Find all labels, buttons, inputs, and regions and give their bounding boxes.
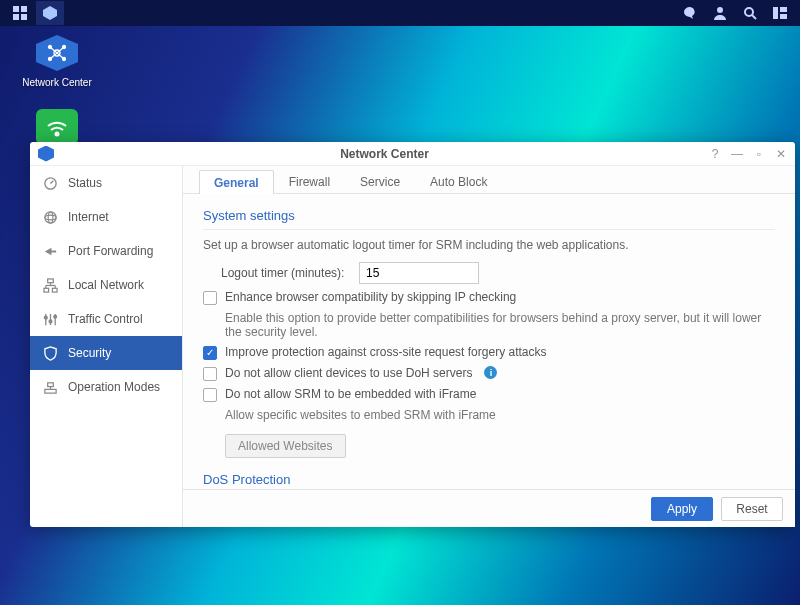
- desktop-network-center-label: Network Center: [22, 77, 91, 88]
- sidebar-item-label: Status: [68, 176, 102, 190]
- system-settings-desc: Set up a browser automatic logout timer …: [203, 238, 775, 252]
- network-center-icon[interactable]: [36, 1, 64, 25]
- svg-rect-26: [47, 278, 53, 282]
- svg-point-24: [44, 215, 55, 220]
- sidebar-item-label: Local Network: [68, 278, 144, 292]
- checkbox-iframe[interactable]: [203, 388, 217, 402]
- shield-icon: [42, 345, 58, 361]
- checkbox-doh[interactable]: [203, 367, 217, 381]
- checkbox-ip-skip[interactable]: [203, 291, 217, 305]
- svg-line-7: [752, 15, 756, 19]
- sidebar-item-label: Traffic Control: [68, 312, 143, 326]
- svg-rect-3: [21, 14, 27, 20]
- close-icon[interactable]: ✕: [775, 147, 787, 161]
- reset-button[interactable]: Reset: [721, 497, 783, 521]
- footer: Apply Reset: [183, 489, 795, 527]
- user-icon[interactable]: [706, 1, 734, 25]
- checkbox-iframe-label: Do not allow SRM to be embedded with iFr…: [225, 387, 476, 401]
- svg-rect-40: [47, 382, 53, 386]
- content: System settings Set up a browser automat…: [183, 194, 795, 489]
- sidebar-item-operation-modes[interactable]: Operation Modes: [30, 370, 182, 404]
- app-icon: [38, 146, 54, 162]
- forward-icon: [42, 243, 58, 259]
- sidebar-item-label: Internet: [68, 210, 109, 224]
- svg-point-23: [44, 211, 55, 222]
- modes-icon: [42, 379, 58, 395]
- apply-button[interactable]: Apply: [651, 497, 713, 521]
- svg-rect-9: [780, 7, 787, 12]
- logout-timer-input[interactable]: [359, 262, 479, 284]
- sidebar: Status Internet Port Forwarding Local Ne…: [30, 166, 183, 527]
- svg-rect-1: [21, 6, 27, 12]
- search-icon[interactable]: [736, 1, 764, 25]
- network-center-window: Network Center ? — ▫ ✕ Status Internet P…: [30, 142, 795, 527]
- svg-rect-10: [780, 14, 787, 19]
- sidebar-item-port-forwarding[interactable]: Port Forwarding: [30, 234, 182, 268]
- svg-point-25: [48, 211, 53, 222]
- maximize-icon[interactable]: ▫: [753, 147, 765, 161]
- globe-icon: [42, 209, 58, 225]
- desktop-icons: Network Center: [22, 32, 92, 148]
- apps-icon[interactable]: [6, 1, 34, 25]
- svg-rect-27: [43, 288, 48, 292]
- sidebar-item-label: Security: [68, 346, 111, 360]
- checkbox-doh-label: Do not allow client devices to use DoH s…: [225, 366, 472, 380]
- section-dos-protection: DoS Protection: [203, 468, 775, 489]
- svg-rect-8: [773, 7, 778, 19]
- section-system-settings: System settings: [203, 204, 775, 230]
- info-icon[interactable]: i: [484, 366, 497, 379]
- svg-marker-4: [43, 6, 57, 20]
- sidebar-item-label: Port Forwarding: [68, 244, 153, 258]
- minimize-icon[interactable]: —: [731, 147, 743, 161]
- svg-point-20: [56, 133, 59, 136]
- allowed-websites-button[interactable]: Allowed Websites: [225, 434, 346, 458]
- svg-point-37: [49, 319, 52, 322]
- taskbar: [0, 0, 800, 26]
- lan-icon: [42, 277, 58, 293]
- help-icon[interactable]: ?: [709, 147, 721, 161]
- window-title: Network Center: [60, 147, 709, 161]
- sidebar-item-internet[interactable]: Internet: [30, 200, 182, 234]
- main-panel: General Firewall Service Auto Block Syst…: [183, 166, 795, 527]
- tab-bar: General Firewall Service Auto Block: [183, 166, 795, 194]
- checkbox-csrf[interactable]: [203, 346, 217, 360]
- sidebar-item-status[interactable]: Status: [30, 166, 182, 200]
- widgets-icon[interactable]: [766, 1, 794, 25]
- sidebar-item-label: Operation Modes: [68, 380, 160, 394]
- tab-service[interactable]: Service: [345, 169, 415, 193]
- tab-general[interactable]: General: [199, 170, 274, 194]
- sliders-icon: [42, 311, 58, 327]
- tab-auto-block[interactable]: Auto Block: [415, 169, 502, 193]
- iframe-note: Allow specific websites to embed SRM wit…: [225, 408, 775, 422]
- svg-line-22: [50, 180, 53, 183]
- titlebar: Network Center ? — ▫ ✕: [30, 142, 795, 166]
- svg-rect-2: [13, 14, 19, 20]
- svg-point-38: [53, 315, 56, 318]
- logout-timer-label: Logout timer (minutes):: [221, 266, 351, 280]
- svg-rect-39: [44, 389, 55, 393]
- chat-icon[interactable]: [676, 1, 704, 25]
- svg-rect-28: [52, 288, 57, 292]
- gauge-icon: [42, 175, 58, 191]
- svg-point-36: [44, 316, 47, 319]
- tab-firewall[interactable]: Firewall: [274, 169, 345, 193]
- checkbox-csrf-label: Improve protection against cross-site re…: [225, 345, 546, 359]
- svg-point-6: [745, 8, 753, 16]
- svg-point-5: [717, 7, 723, 13]
- svg-rect-0: [13, 6, 19, 12]
- sidebar-item-traffic-control[interactable]: Traffic Control: [30, 302, 182, 336]
- sidebar-item-security[interactable]: Security: [30, 336, 182, 370]
- ip-skip-note: Enable this option to provide better com…: [225, 311, 775, 339]
- checkbox-ip-skip-label: Enhance browser compatibility by skippin…: [225, 290, 516, 304]
- desktop-network-center[interactable]: Network Center: [22, 32, 92, 88]
- sidebar-item-local-network[interactable]: Local Network: [30, 268, 182, 302]
